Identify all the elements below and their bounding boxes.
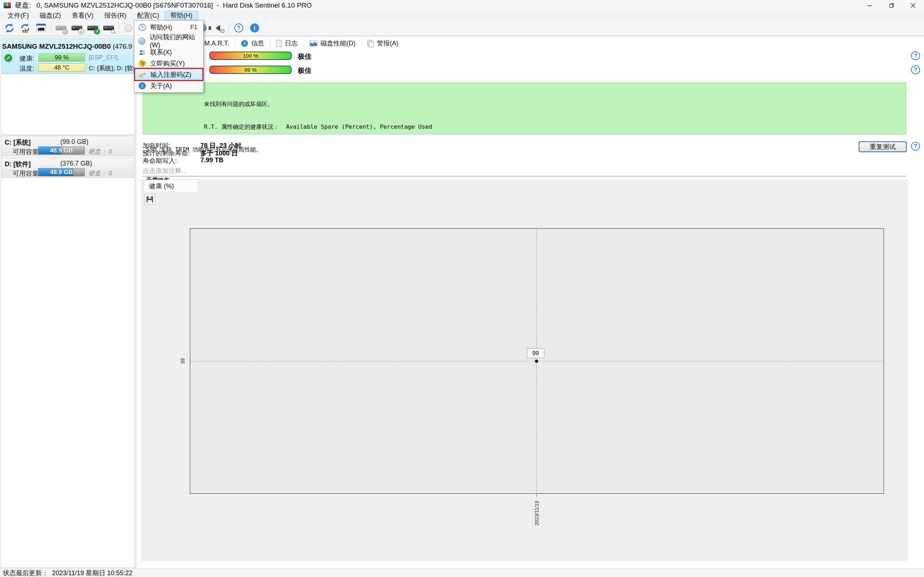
restore-button[interactable] (881, 0, 902, 11)
main-panel: S.M.A.R.T. i信息 日志 磁盘性能(D) 警报(A) 100 % 极佳… (136, 36, 924, 568)
chart-tab-health[interactable]: 健康 (%) (144, 180, 199, 192)
tab-information[interactable]: i信息 (235, 38, 270, 49)
disk-report-button[interactable] (33, 21, 49, 35)
check-badge-icon: ✓ (94, 29, 100, 35)
menu-item-enter-registration-code[interactable]: 输入注册码(Z) (135, 69, 202, 80)
tab-bar: S.M.A.R.T. i信息 日志 磁盘性能(D) 警报(A) (192, 37, 404, 49)
title-bar: 硬盘: 0, SAMSUNG MZVL2512HCJQ-00B0 [S675NF… (0, 0, 924, 11)
menu-view[interactable]: 查看(V) (66, 11, 99, 20)
health-rating: 极佳 (298, 66, 312, 76)
partition-size: (376.7 GB) (60, 160, 92, 167)
health-value: 99 % (55, 54, 69, 61)
window-title: 硬盘: 0, SAMSUNG MZVL2512HCJQ-00B0 [S675NF… (15, 1, 312, 10)
speaker-icon (215, 25, 220, 31)
retest-help-icon[interactable]: ? (911, 142, 920, 151)
save-icon (147, 196, 153, 203)
chart-x-tick-label: 2023/11/19 (534, 501, 540, 525)
menu-item-buy-now[interactable]: 立即购买(Y) (135, 58, 202, 69)
menu-item-label: 关于(A) (150, 82, 172, 90)
minimize-button[interactable] (859, 0, 881, 11)
toolbar-separator (118, 22, 119, 34)
toolbar-separator (51, 22, 51, 34)
chart-point-label: 99 (527, 348, 544, 358)
performance-gauge: 100 % (209, 52, 292, 60)
gauge-help-icon[interactable]: ? (911, 51, 920, 60)
globe-disabled-icon (124, 24, 132, 32)
info-icon: i (241, 40, 248, 47)
toolbar-info-icon: i (250, 23, 259, 32)
comment-input[interactable] (142, 166, 906, 176)
health-label: 健康: (19, 54, 34, 63)
partition-panel-c[interactable]: C: [系统] (99.0 GB) 可用容量 48.9 GB 硬盘： 0 (2, 136, 134, 156)
disk-offline-button[interactable] (53, 21, 69, 35)
sound-settings-button[interactable]: ⚙ (211, 21, 227, 35)
refresh-warning-button[interactable] (17, 21, 33, 35)
menu-item-label: 立即购买(Y) (150, 59, 185, 68)
tab-disk-performance[interactable]: 磁盘性能(D) (304, 38, 362, 49)
device-size: (476.9 GB) (111, 43, 134, 50)
retest-button[interactable]: 重复测试 (859, 141, 907, 152)
performance-icon (310, 40, 317, 46)
help-dropdown-menu: ? 帮助(H) F1 访问我们的网站(W) 联系(X) 立即购买(Y) 输入注册… (134, 20, 204, 93)
chart-x-tick-mark (536, 494, 537, 497)
about-icon: i (138, 82, 147, 89)
menu-item-website[interactable]: 访问我们的网站(W) (135, 35, 202, 47)
refresh-button[interactable] (2, 21, 17, 35)
partition-name: D: [软件] (5, 160, 31, 168)
toolbar-help-button[interactable]: ? (231, 21, 247, 35)
tab-label: 日志 (285, 39, 298, 48)
chart-y-tick-label: 99 (180, 358, 186, 364)
device-name: SAMSUNG MZVL2512HCJQ-00B0 (2, 43, 111, 50)
gauge-help-icon[interactable]: ? (911, 65, 920, 74)
speaker-gear-icon: ⚙ (220, 28, 225, 34)
sphere-badge-icon (62, 29, 68, 35)
menu-report[interactable]: 报告(R) (99, 11, 132, 20)
restore-icon (889, 3, 894, 8)
status-last-updated: 状态最后更新： 2023/11/19 星期日 10:55:22 (3, 569, 132, 577)
toolbar-separator (228, 22, 229, 34)
contact-icon (138, 49, 147, 56)
partition-list: C: [系统] (99.0 GB) 可用容量 48.9 GB 硬盘： 0 D: … (1, 135, 135, 567)
menu-disk[interactable]: 磁盘(Z) (34, 11, 66, 20)
partition-panel-d[interactable]: D: [软件] (376.7 GB) 可用容量 48.9 GB 硬盘： 0 (2, 158, 134, 178)
device-partition-line1: [ESP_EFI], (89, 54, 119, 61)
free-space-label: 可用容量 (13, 169, 39, 178)
menu-file[interactable]: 文件(F) (2, 11, 34, 20)
device-panel-selected[interactable]: SAMSUNG MZVL2512HCJQ-00B0 (476.9 GB) 硬盘 … (2, 39, 134, 74)
save-chart-button[interactable] (144, 194, 155, 205)
menu-item-about[interactable]: i 关于(A) (135, 80, 202, 91)
menu-help[interactable]: 帮助(H) (165, 11, 198, 20)
menu-item-help[interactable]: ? 帮助(H) F1 (135, 22, 202, 33)
menu-config[interactable]: 配置(C) (132, 11, 165, 20)
lifetime-writes-value: 7.99 TB (200, 156, 223, 164)
key-icon (138, 73, 147, 76)
disk-schedule-button[interactable]: ◴ (69, 21, 85, 35)
disk-ok-button[interactable]: ✓ (85, 21, 101, 35)
temperature-label: 温度: (19, 64, 34, 73)
minimize-icon (867, 3, 872, 8)
chart-section: 健康 (%) 99 99 2023/11/19 (141, 180, 908, 561)
menu-item-label: 联系(X) (150, 48, 172, 56)
magnifier-badge-icon (110, 29, 116, 35)
tab-label: 磁盘性能(D) (320, 39, 355, 48)
menu-item-contact[interactable]: 联系(X) (135, 47, 202, 58)
disk-report-icon (36, 23, 47, 33)
health-gauge-value: 99 % (244, 67, 257, 73)
help-icon: ? (138, 24, 147, 31)
status-text-box: 未找到有问题的或坏扇区。 R.T. 属性确定的健康状况： Available S… (142, 82, 906, 134)
tab-log[interactable]: 日志 (270, 38, 304, 49)
refresh-icon (4, 23, 15, 34)
device-list: SAMSUNG MZVL2512HCJQ-00B0 (476.9 GB) 硬盘 … (1, 37, 135, 135)
status-line-2: R.T. 属性确定的健康状况： Available Spare (Percent… (204, 123, 903, 131)
free-space-value: 48.9 GB (38, 147, 84, 154)
partition-size: (99.0 GB) (60, 138, 89, 146)
ok-check-icon: ✓ (3, 53, 13, 63)
toolbar-info-button[interactable]: i (247, 21, 262, 35)
close-button[interactable] (902, 0, 924, 11)
tab-alerts[interactable]: 警报(A) (362, 38, 404, 49)
clock-badge-icon: ◴ (78, 29, 84, 35)
app-icon (3, 3, 11, 8)
disk-count: 硬盘： 0 (89, 169, 112, 177)
disk-search-button[interactable] (101, 21, 116, 35)
hard-disk-sentinel-window: 硬盘: 0, SAMSUNG MZVL2512HCJQ-00B0 [S675NF… (0, 0, 924, 577)
